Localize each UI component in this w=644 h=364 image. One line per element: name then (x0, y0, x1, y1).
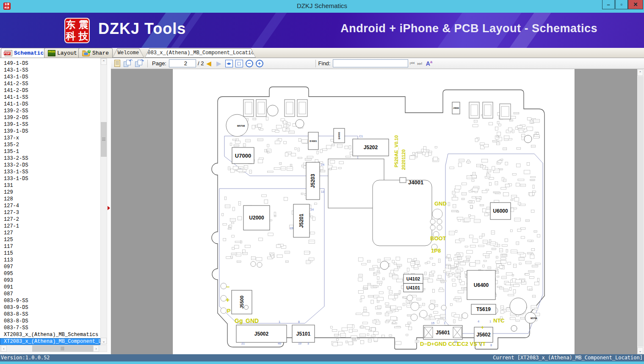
tab-close-icon[interactable]: x (260, 50, 263, 56)
scroll-up-icon[interactable]: ⌃ (637, 69, 643, 76)
list-item[interactable]: 127-1 (0, 223, 100, 230)
svg-text:P520AE_V0.10: P520AE_V0.10 (394, 135, 399, 167)
list-item[interactable]: 083-7-SS (0, 325, 100, 331)
zoom-in-icon[interactable]: + (256, 60, 263, 67)
svg-text:40: 40 (278, 342, 281, 345)
list-item[interactable]: 087 (0, 291, 100, 297)
scrollbar-thumb[interactable] (638, 76, 644, 347)
list-item[interactable]: 128 (0, 196, 100, 203)
list-item[interactable]: 141-1-SS (0, 94, 100, 101)
list-item[interactable]: 125 (0, 236, 100, 243)
list-item[interactable]: 091 (0, 284, 100, 291)
pdf-viewer: ↶ ↷ Page: / 2 ◀ ▶ ◂▸ ⬚ − + Find: ⏮ ⏭ Aa (111, 58, 644, 354)
list-item[interactable]: 141-2-SS (0, 81, 100, 87)
find-previous-icon[interactable]: ⏮ (409, 60, 415, 67)
tab-share[interactable]: + Share (78, 48, 113, 58)
list-item[interactable]: 097 (0, 264, 100, 270)
viewer-canvas[interactable]: U7000J5202J5203U2000J5201J5500J5002J5101… (111, 69, 644, 354)
list-item[interactable]: XT2083_x_(Athena)_MB_Component_Location (0, 338, 100, 345)
svg-text:1P8: 1P8 (431, 247, 441, 254)
scrollbar-thumb[interactable] (32, 345, 93, 352)
pdf-page[interactable]: U7000J5202J5203U2000J5201J5500J5002J5101… (173, 69, 575, 354)
fit-width-icon[interactable]: ◂▸ (225, 60, 233, 67)
snapshot-icon[interactable] (114, 60, 120, 67)
svg-text:15: 15 (290, 227, 293, 230)
list-item[interactable]: 115 (0, 250, 100, 257)
scroll-up-icon[interactable]: ⌃ (101, 58, 107, 65)
tab-layout[interactable]: PADS Layout (44, 48, 81, 58)
list-item[interactable]: 137-x (0, 135, 100, 142)
rotate-left-icon[interactable]: ↶ (124, 60, 132, 67)
previous-page-icon[interactable]: ◀ (206, 60, 211, 67)
rotate-right-icon[interactable]: ↷ (135, 60, 143, 67)
minimize-button[interactable]: – (602, 0, 615, 9)
pcb-component: J5101 (292, 325, 315, 342)
splitter-collapse-icon[interactable] (108, 206, 110, 210)
close-button[interactable]: ✕ (628, 0, 643, 9)
list-item[interactable]: 133-1-DS (0, 175, 100, 182)
list-item[interactable]: 129 (0, 189, 100, 196)
list-item[interactable]: 143-1-DS (0, 74, 100, 81)
viewer-vertical-scrollbar[interactable]: ⌃ ⌄ (637, 69, 644, 354)
list-item[interactable]: 117 (0, 243, 100, 250)
maximize-button[interactable]: ▫ (615, 0, 628, 9)
tab-schematic[interactable]: PDF Schematic (1, 48, 47, 58)
scroll-right-icon[interactable]: › (93, 345, 99, 352)
svg-text:P: P (227, 308, 231, 314)
list-item[interactable]: 133-2-DS (0, 162, 100, 169)
svg-text:M5709: M5709 (531, 317, 537, 320)
list-item[interactable]: 083-9-DS (0, 304, 100, 311)
scroll-down-icon[interactable]: ⌄ (637, 347, 643, 354)
find-next-icon[interactable]: ⏭ (417, 60, 422, 67)
list-item[interactable]: 083-8-DS (0, 318, 100, 325)
list-item[interactable]: 127-3 (0, 209, 100, 216)
list-item[interactable]: 083-8-SS (0, 311, 100, 318)
svg-text:5: 5 (480, 344, 482, 347)
sidebar-horizontal-scrollbar[interactable]: ‹ › (0, 345, 107, 352)
banner-streak (246, 13, 290, 48)
list-item[interactable]: 133-1-SS (0, 169, 100, 175)
page-number-input[interactable] (169, 59, 196, 67)
list-item[interactable]: 141-2-DS (0, 87, 100, 94)
list-item[interactable]: 113 (0, 257, 100, 264)
list-item[interactable]: XT2083_x_(Athena)_MB_Schematics (0, 331, 100, 338)
list-item[interactable]: 127 (0, 230, 100, 236)
svg-text:3: 3 (307, 342, 309, 345)
list-item[interactable]: 135-1 (0, 148, 100, 155)
list-item[interactable]: 093 (0, 277, 100, 284)
svg-text:GND: GND (246, 317, 259, 324)
list-item[interactable]: 139-2-DS (0, 114, 100, 121)
next-page-icon[interactable]: ▶ (216, 60, 221, 67)
scroll-left-icon[interactable]: ‹ (1, 345, 7, 352)
list-item[interactable]: 149-1-DS (0, 60, 100, 67)
svg-text:J5202: J5202 (364, 144, 378, 150)
list-item[interactable]: 133-2-SS (0, 155, 100, 162)
scroll-down-icon[interactable]: ⌄ (101, 338, 107, 344)
svg-text:U2000: U2000 (249, 215, 264, 221)
list-item[interactable]: 127-2 (0, 216, 100, 223)
list-item[interactable]: 127-4 (0, 203, 100, 209)
title-bar[interactable]: 东震科技 DZKJ Schematics – ▫ ✕ (0, 0, 644, 13)
svg-text:J5601: J5601 (436, 330, 450, 336)
doc-tab-welcome[interactable]: Welcome (113, 48, 144, 58)
font-case-icon[interactable]: Aa (426, 60, 432, 67)
list-item[interactable]: 131 (0, 182, 100, 189)
header-banner: 东震 科技 DZKJ Tools Android + iPhone & PCB … (0, 13, 644, 48)
find-input[interactable] (333, 59, 408, 67)
list-item[interactable]: 135-2 (0, 142, 100, 148)
list-item[interactable]: 141-1-DS (0, 101, 100, 108)
list-item[interactable]: 139-1-DS (0, 128, 100, 135)
list-item[interactable]: 143-1-SS (0, 67, 100, 74)
main-area: 149-1-DS143-1-SS143-1-DS141-2-SS141-2-DS… (0, 58, 644, 354)
zoom-out-icon[interactable]: − (246, 60, 253, 67)
sidebar-splitter[interactable] (107, 58, 111, 354)
list-item[interactable]: 095 (0, 270, 100, 277)
scrollbar-thumb[interactable] (101, 122, 107, 157)
list-item[interactable]: 083-9-SS (0, 297, 100, 304)
sidebar-vertical-scrollbar[interactable]: ⌃ ⌄ (100, 58, 107, 345)
list-item[interactable]: 139-1-SS (0, 121, 100, 128)
list-item[interactable]: 139-2-SS (0, 108, 100, 114)
doc-tab-component-location[interactable]: XT2083_x_(Athena)_MB_Component_Location … (145, 48, 256, 58)
fit-page-icon[interactable]: ⬚ (235, 60, 243, 67)
header-tagline: Android + iPhone & PCB Layout - Schemati… (340, 22, 597, 35)
